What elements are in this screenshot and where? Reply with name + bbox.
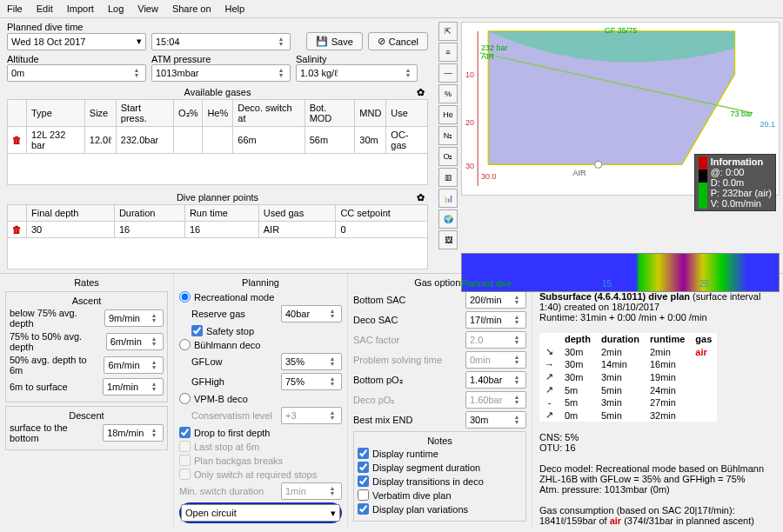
points-col-dur[interactable]: Duration <box>114 205 184 222</box>
rates-panel: Rates Ascent below 75% avg. depth9m/min▴… <box>0 274 174 529</box>
atm-label: ATM pressure <box>151 54 291 64</box>
save-button[interactable]: 💾Save <box>306 32 363 50</box>
gases-col-type[interactable]: Type <box>27 100 85 127</box>
display-runtime-checkbox[interactable] <box>358 448 369 459</box>
air-label-2: AIR <box>572 169 586 177</box>
tool-globe-icon[interactable]: 🌍 <box>438 209 458 229</box>
add-gas-button[interactable]: ✿ <box>417 87 425 98</box>
table-row[interactable]: 🗑 30 16 16 AIR 0 <box>8 222 428 238</box>
date-picker[interactable]: Wed 18 Oct 2017▾ <box>7 33 146 50</box>
menu-log[interactable]: Log <box>108 3 124 14</box>
cancel-button[interactable]: ⊘Cancel <box>368 32 428 50</box>
trash-icon[interactable]: 🗑 <box>12 135 22 145</box>
points-col-cc[interactable]: CC setpoint <box>336 205 428 222</box>
left-panel: Planned dive time Wed 18 Oct 2017▾ 15:04… <box>0 18 435 273</box>
gases-col-mod[interactable]: Bot. MOD <box>304 100 355 127</box>
menu-edit[interactable]: Edit <box>37 3 53 14</box>
tool-n2-icon[interactable]: N₂ <box>438 126 458 145</box>
planning-panel: Planning Recreational mode Reserve gas40… <box>174 274 348 529</box>
rates-title: Rates <box>5 277 168 288</box>
gases-col-deco[interactable]: Deco. switch at <box>233 100 304 127</box>
tool-percent-icon[interactable]: % <box>438 84 458 103</box>
gases-col-mnd[interactable]: MND <box>355 100 386 127</box>
points-title: Dive planner points ✿ <box>7 190 428 204</box>
verbatim-checkbox[interactable] <box>358 489 369 501</box>
bottom-po2-label: Bottom pO₂ <box>353 375 403 386</box>
tool-he-icon[interactable]: He <box>438 105 458 124</box>
conservatism-label: Conservatism level <box>191 410 272 421</box>
gases-table: Type Size Start press. O₂% He% Deco. swi… <box>7 99 428 185</box>
salinity-input[interactable]: 1.03 kg/ℓ▴▾ <box>296 64 418 82</box>
table-row[interactable]: 🗑 12L 232 bar 12.0ℓ 232.0bar 66m 56m 30m… <box>8 127 428 154</box>
deco-po2-input: 1.60bar▴▾ <box>465 391 526 409</box>
circuit-select[interactable]: Open circuit▾ <box>181 504 340 522</box>
add-point-button[interactable]: ✿ <box>417 192 425 203</box>
reserve-input[interactable]: 40bar▴▾ <box>281 305 342 323</box>
menu-file[interactable]: File <box>7 3 23 14</box>
buhlmann-radio[interactable] <box>179 339 191 350</box>
gf-label: GF 35/75 <box>605 26 638 35</box>
gases-col-size[interactable]: Size <box>84 100 116 127</box>
tool-line-icon[interactable]: — <box>438 63 458 83</box>
details-runtime: Runtime: 31min + 0:00 /min + 0:00 /min <box>539 312 776 323</box>
descent-title: Descent <box>10 410 164 421</box>
planned-dive-label: Planned dive <box>461 279 512 289</box>
drop-first-checkbox[interactable] <box>179 427 191 438</box>
y-axis-10: 10 <box>465 70 474 79</box>
best-mix-input[interactable]: 30m▴▾ <box>465 411 526 429</box>
atm-input[interactable]: 1013mbar▴▾ <box>151 64 291 82</box>
menubar: File Edit Import Log View Share on Help <box>0 0 783 18</box>
sac-factor-input: 2.0▴▾ <box>465 331 526 349</box>
tool-o2-icon[interactable]: O₂ <box>438 147 458 166</box>
gflow-input[interactable]: 35%▴▾ <box>281 353 342 370</box>
rate-6tosurface-input[interactable]: 1m/min▴▾ <box>103 378 164 396</box>
recreational-radio[interactable] <box>179 291 191 303</box>
menu-view[interactable]: View <box>137 3 158 14</box>
vpmb-radio[interactable] <box>179 393 191 404</box>
bottom-po2-input[interactable]: 1.40bar▴▾ <box>465 371 526 389</box>
tool-profile-icon[interactable]: ≡ <box>438 43 458 62</box>
points-col-run[interactable]: Run time <box>184 205 258 222</box>
points-col-depth[interactable]: Final depth <box>27 205 115 222</box>
conservatism-input: +3▴▾ <box>281 407 342 424</box>
deco-sac-input[interactable]: 17ℓ/min▴▾ <box>465 311 526 329</box>
plan-step-row: -5m3min27min <box>539 396 717 409</box>
gfhigh-input[interactable]: 75%▴▾ <box>281 373 342 390</box>
trash-icon[interactable]: 🗑 <box>12 224 22 235</box>
safety-stop-checkbox[interactable] <box>191 325 203 336</box>
altitude-input[interactable]: 0m▴▾ <box>7 64 146 82</box>
deco-model-text: Deco model: Recreational mode based on B… <box>539 463 776 484</box>
rate-75to50-input[interactable]: 6m/min▴▾ <box>106 333 164 350</box>
rate-below75-label: below 75% avg. depth <box>10 308 101 329</box>
gases-col-o2[interactable]: O₂% <box>174 100 203 127</box>
otu-value: OTU: 16 <box>539 442 776 453</box>
tool-scale-icon[interactable]: ⇱ <box>438 22 458 41</box>
display-segment-checkbox[interactable] <box>358 462 369 473</box>
gases-col-he[interactable]: He% <box>203 100 233 127</box>
rate-descent-input[interactable]: 18m/min▴▾ <box>103 424 164 442</box>
air-label-1: AIR <box>481 52 494 61</box>
menu-help[interactable]: Help <box>225 3 245 14</box>
points-col-gas[interactable]: Used gas <box>258 205 336 222</box>
rate-50to6-label: 50% avg. depth to 6m <box>10 355 100 376</box>
tool-stats-icon[interactable]: 📊 <box>438 189 458 208</box>
chart-info-tooltip: Information @: 0:00 D: 0.0m P: 232bar (a… <box>694 154 776 211</box>
gases-col-use[interactable]: Use <box>386 100 428 127</box>
only-switch-checkbox <box>179 469 191 480</box>
menu-import[interactable]: Import <box>67 3 94 14</box>
gases-col-start[interactable]: Start press. <box>116 100 173 127</box>
display-variations-checkbox[interactable] <box>358 503 369 515</box>
menu-share[interactable]: Share on <box>172 3 211 14</box>
x-axis-201: 20.1 <box>760 120 775 129</box>
tool-grid-icon[interactable]: ▥ <box>438 168 458 187</box>
cns-value: CNS: 5% <box>539 432 776 442</box>
rate-below75-input[interactable]: 9m/min▴▾ <box>104 309 164 327</box>
time-picker[interactable]: 15:04▴▾ <box>151 33 291 50</box>
tool-photo-icon[interactable]: 🖼 <box>438 230 458 249</box>
bar-73-label: 73 bar <box>730 110 753 118</box>
details-header: Subsurface (4.6.4.1011) dive plan (surfa… <box>539 291 776 312</box>
rate-50to6-input[interactable]: 6m/min▴▾ <box>104 356 164 374</box>
display-transitions-checkbox[interactable] <box>358 475 369 487</box>
svg-point-3 <box>595 161 602 168</box>
bottom-sac-input[interactable]: 20ℓ/min▴▾ <box>465 291 526 309</box>
